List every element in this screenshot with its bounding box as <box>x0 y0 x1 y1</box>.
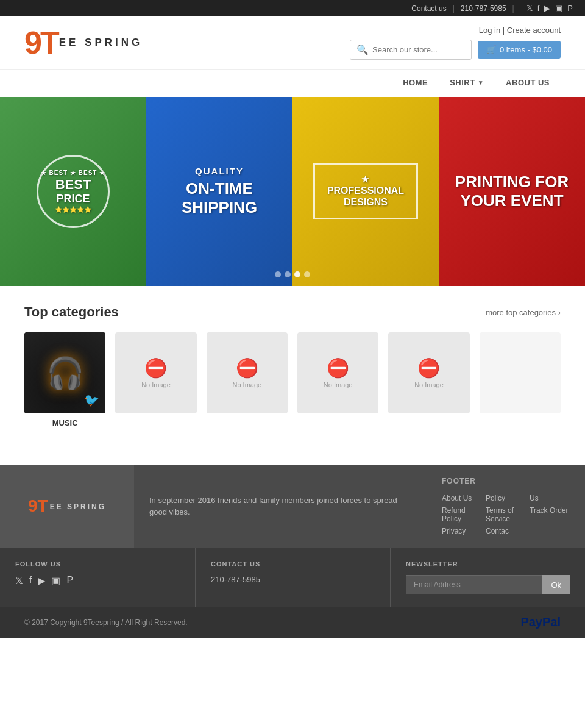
footer-instagram-icon[interactable]: ▣ <box>51 575 60 587</box>
hero-dot-1[interactable] <box>275 271 281 277</box>
pinterest-icon[interactable]: P <box>567 4 573 13</box>
footer-logo-9t: 9T <box>28 496 48 516</box>
search-input[interactable] <box>372 45 465 54</box>
no-image-label-4: No Image <box>324 381 353 388</box>
phone-link[interactable]: 210-787-5985 <box>461 4 506 13</box>
search-box: 🔍 <box>350 40 472 60</box>
category-6-img <box>480 332 561 413</box>
header-auth: Log in | Create account <box>479 26 561 35</box>
content-divider <box>24 452 561 452</box>
category-4[interactable]: ⛔ No Image <box>297 332 378 427</box>
footer-follow: FOLLOW US 𝕏 f ▶ ▣ P <box>0 548 195 607</box>
footer-link-privacy[interactable]: Privacy <box>442 527 482 535</box>
auth-separator: | <box>503 26 505 35</box>
logo-ee-spring: EE SPRING <box>59 37 143 49</box>
cart-label: 0 items - $0.00 <box>500 45 552 54</box>
footer-brand: 9T EE SPRING <box>0 465 134 548</box>
category-3-img: ⛔ No Image <box>207 332 288 413</box>
no-image-icon-2: ⛔ <box>144 357 167 379</box>
no-image-icon-4: ⛔ <box>327 357 349 379</box>
logo[interactable]: 9T EE SPRING <box>24 27 143 59</box>
footer-link-terms[interactable]: Terms of Service <box>486 506 526 523</box>
paypal-logo: PayPal <box>520 615 561 629</box>
cart-button[interactable]: 🛒 0 items - $0.00 <box>478 41 561 59</box>
hero-dot-2[interactable] <box>285 271 291 277</box>
header-right: Log in | Create account 🔍 🛒 0 items - $0… <box>350 26 561 60</box>
footer-youtube-icon[interactable]: ▶ <box>38 575 45 587</box>
hero-dot-4[interactable] <box>304 271 310 277</box>
twitter-icon[interactable]: 𝕏 <box>526 4 533 13</box>
cart-icon: 🛒 <box>486 45 496 54</box>
newsletter-email-input[interactable] <box>406 575 542 594</box>
category-2-img: ⛔ No Image <box>115 332 196 413</box>
footer-social-links: 𝕏 f ▶ ▣ P <box>15 575 180 587</box>
header: 9T EE SPRING Log in | Create account 🔍 🛒… <box>0 16 585 69</box>
search-icon: 🔍 <box>356 44 369 55</box>
category-5[interactable]: ⛔ No Image <box>388 332 469 427</box>
category-music-label: MUSIC <box>24 418 105 427</box>
newsletter-form: Ok <box>406 575 570 594</box>
categories-grid: 🎧 🐦 MUSIC ⛔ No Image ⛔ No Image <box>24 332 561 427</box>
footer-top: 9T EE SPRING In september 2016 friends a… <box>0 465 585 548</box>
create-account-link[interactable]: Create account <box>507 26 561 35</box>
hero-section-green: ★ BEST ★ BEST ★ BEST PRICE ⭐⭐⭐⭐⭐ <box>0 97 146 286</box>
music-img-inner: 🎧 🐦 <box>24 332 105 413</box>
bird-icon: 🐦 <box>84 393 99 407</box>
facebook-icon[interactable]: f <box>537 4 540 13</box>
hero-image: ★ BEST ★ BEST ★ BEST PRICE ⭐⭐⭐⭐⭐ QUALITY… <box>0 97 585 286</box>
contact-phone: 210-787-5985 <box>211 575 375 584</box>
logo-9t: 9T <box>24 25 58 60</box>
newsletter-submit-btn[interactable]: Ok <box>542 575 570 594</box>
category-3[interactable]: ⛔ No Image <box>207 332 288 427</box>
footer-about-text: In september 2016 friends and family mem… <box>149 494 411 518</box>
footer-copyright: © 2017 Copyright 9Teespring / All Right … <box>0 607 585 638</box>
categories-header: Top categories more top categories › <box>24 304 561 320</box>
footer-twitter-icon[interactable]: 𝕏 <box>15 575 23 587</box>
category-music-img: 🎧 🐦 <box>24 332 105 413</box>
instagram-icon[interactable]: ▣ <box>555 4 562 13</box>
social-icons: 𝕏 f ▶ ▣ P <box>526 4 573 13</box>
footer-bottom: FOLLOW US 𝕏 f ▶ ▣ P CONTACT US 210-787-5… <box>0 548 585 607</box>
nav-item-shirt[interactable]: SHIRT ▼ <box>439 70 495 97</box>
nav-item-home[interactable]: HOME <box>392 70 439 97</box>
hero-dot-3[interactable] <box>294 271 300 277</box>
hero-slider: ★ BEST ★ BEST ★ BEST PRICE ⭐⭐⭐⭐⭐ QUALITY… <box>0 97 585 286</box>
footer-contact: CONTACT US 210-787-5985 <box>195 548 390 607</box>
category-2[interactable]: ⛔ No Image <box>115 332 196 427</box>
footer-link-policy[interactable]: Policy <box>486 494 526 502</box>
hero-stamp: ★ BEST ★ BEST ★ BEST PRICE ⭐⭐⭐⭐⭐ <box>37 155 110 228</box>
footer-facebook-icon[interactable]: f <box>29 575 32 587</box>
hero-section-yellow: ★ Professional Designs <box>292 97 439 286</box>
youtube-icon[interactable]: ▶ <box>544 4 550 13</box>
category-4-img: ⛔ No Image <box>297 332 378 413</box>
no-image-icon-3: ⛔ <box>236 357 258 379</box>
footer-newsletter: NEWSLETTER Ok <box>390 548 585 607</box>
contact-link[interactable]: Contact us <box>411 4 446 13</box>
footer-link-us[interactable]: Us <box>530 494 570 502</box>
footer-links: FOOTER About Us Policy Us Refund Policy … <box>427 465 585 548</box>
category-5-img: ⛔ No Image <box>388 332 469 413</box>
categories-title: Top categories <box>24 304 119 320</box>
footer-link-track[interactable]: Track Order <box>530 506 570 523</box>
hero-section-red: Printing For Your Event <box>439 97 585 286</box>
category-6 <box>480 332 561 427</box>
top-bar: Contact us | 210-787-5985 | 𝕏 f ▶ ▣ P <box>0 0 585 16</box>
footer-link-contact[interactable]: Contac <box>486 527 526 535</box>
headphones-icon: 🎧 <box>46 355 84 391</box>
hero-dots <box>275 271 310 277</box>
separator-1: | <box>453 4 455 13</box>
footer-link-refund[interactable]: Refund Policy <box>442 506 482 523</box>
footer-logo: 9T EE SPRING <box>28 496 106 516</box>
follow-title: FOLLOW US <box>15 560 180 568</box>
copyright-text: © 2017 Copyright 9Teespring / All Right … <box>24 618 188 627</box>
category-music[interactable]: 🎧 🐦 MUSIC <box>24 332 105 427</box>
shirt-dropdown-arrow: ▼ <box>478 79 484 86</box>
footer-links-grid: About Us Policy Us Refund Policy Terms o… <box>442 494 570 535</box>
login-link[interactable]: Log in <box>479 26 500 35</box>
footer-pinterest-icon[interactable]: P <box>66 575 73 587</box>
more-categories-link[interactable]: more top categories › <box>486 308 561 317</box>
nav-item-about[interactable]: ABOUT US <box>495 70 561 97</box>
footer-links-title: FOOTER <box>442 477 570 485</box>
hero-section-blue: QUALITY ON-TIME SHIPPING <box>146 97 292 286</box>
footer-link-about[interactable]: About Us <box>442 494 482 502</box>
